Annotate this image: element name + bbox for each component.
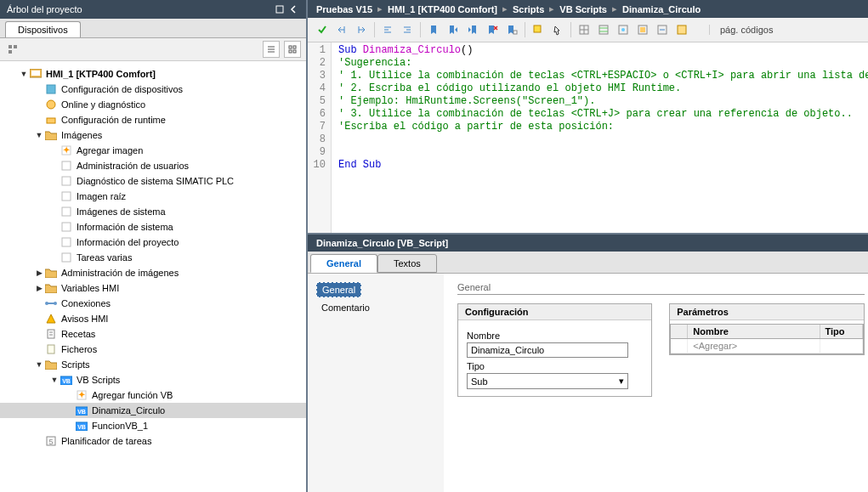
chevron-down-icon: ▾ bbox=[619, 376, 624, 387]
config-group-title: Configuración bbox=[458, 304, 651, 320]
file-icon bbox=[44, 343, 58, 355]
breadcrumb: Pruebas V15▸ HMI_1 [KTP400 Comfort]▸ Scr… bbox=[308, 0, 868, 18]
align-right-icon[interactable] bbox=[398, 21, 417, 38]
svg-rect-12 bbox=[31, 71, 40, 76]
find-icon[interactable] bbox=[529, 21, 547, 38]
panel-pin-icon[interactable] bbox=[274, 3, 286, 15]
grid2-icon[interactable] bbox=[594, 21, 613, 38]
bookmark-next-icon[interactable] bbox=[463, 21, 482, 38]
breadcrumb-item[interactable]: HMI_1 [KTP400 Comfort] bbox=[388, 4, 497, 14]
table-row-add[interactable]: <Agregar> bbox=[671, 339, 862, 353]
bookmark-icon[interactable] bbox=[424, 21, 443, 38]
tree-hmi-alarms[interactable]: Avisos HMI bbox=[0, 311, 306, 326]
tab-dispositivos[interactable]: Dispositivos bbox=[5, 21, 81, 37]
tree-plc-diag[interactable]: Diagnóstico de sistema SIMATIC PLC bbox=[0, 173, 306, 189]
tree-device-config[interactable]: Configuración de dispositivos bbox=[0, 82, 306, 97]
screen-icon bbox=[60, 206, 73, 218]
svg-point-25 bbox=[45, 302, 48, 305]
sidebar-item-comentario[interactable]: Comentario bbox=[316, 301, 435, 314]
grid6-icon[interactable] bbox=[672, 21, 691, 38]
grid5-icon[interactable] bbox=[653, 21, 672, 38]
bookmark-clear-icon[interactable] bbox=[483, 21, 502, 38]
breadcrumb-item[interactable]: Pruebas V15 bbox=[316, 4, 372, 14]
caret-down-icon[interactable]: ▼ bbox=[34, 360, 44, 369]
tree-dinamiza-circulo[interactable]: VBDinamiza_Circulo bbox=[0, 403, 306, 418]
code-editor[interactable]: 12345678910 Sub Dinamiza_Circulo() 'Suge… bbox=[308, 42, 868, 233]
bookmark-list-icon[interactable] bbox=[502, 21, 521, 38]
tree-images[interactable]: ▼Imágenes bbox=[0, 127, 306, 143]
tree-nav-icon[interactable] bbox=[5, 42, 20, 57]
tree-image-admin[interactable]: ▶Administración de imágenes bbox=[0, 265, 306, 280]
device-icon bbox=[29, 68, 43, 80]
tree-project-info[interactable]: Información del proyecto bbox=[0, 235, 306, 250]
tree-files[interactable]: Ficheros bbox=[0, 342, 306, 357]
svg-rect-0 bbox=[276, 6, 283, 13]
tree-connections[interactable]: Conexiones bbox=[0, 296, 306, 311]
tab-general[interactable]: General bbox=[310, 254, 377, 273]
tree-vbscripts[interactable]: ▼VBVB Scripts bbox=[0, 372, 306, 387]
check-icon[interactable] bbox=[313, 21, 332, 38]
caret-down-icon[interactable]: ▼ bbox=[19, 70, 29, 78]
svg-text:VB: VB bbox=[62, 378, 71, 384]
tree-root-image[interactable]: Imagen raíz bbox=[0, 189, 306, 204]
tree-view-grid-icon[interactable] bbox=[284, 41, 301, 58]
caret-right-icon[interactable]: ▶ bbox=[34, 269, 44, 277]
tree-scripts[interactable]: ▼Scripts bbox=[0, 357, 306, 372]
tab-textos[interactable]: Textos bbox=[377, 254, 437, 273]
name-input[interactable] bbox=[467, 342, 628, 358]
page-codes-label: pág. códigos bbox=[709, 25, 773, 35]
col-tipo[interactable]: Tipo bbox=[820, 325, 863, 338]
caret-down-icon[interactable]: ▼ bbox=[34, 131, 44, 139]
grid1-icon[interactable] bbox=[575, 21, 593, 38]
cursor-icon[interactable] bbox=[548, 21, 567, 38]
caret-down-icon[interactable]: ▼ bbox=[49, 376, 60, 384]
grid4-icon[interactable] bbox=[633, 21, 652, 38]
properties-sidebar: General Comentario bbox=[308, 274, 444, 492]
name-label: Nombre bbox=[467, 331, 643, 341]
tree-user-admin[interactable]: Administración de usuarios bbox=[0, 158, 306, 173]
tree-add-image[interactable]: ✦Agregar imagen bbox=[0, 143, 306, 158]
svg-rect-24 bbox=[62, 253, 71, 262]
tree-funcionvb1[interactable]: VBFuncionVB_1 bbox=[0, 418, 306, 433]
screen-icon bbox=[60, 160, 73, 172]
recipe-icon bbox=[44, 328, 58, 340]
properties-tabs: General Textos bbox=[308, 252, 868, 274]
alarm-icon bbox=[44, 313, 58, 325]
indent-out-icon[interactable] bbox=[332, 21, 351, 38]
tipo-label: Tipo bbox=[467, 361, 643, 371]
breadcrumb-item[interactable]: Scripts bbox=[513, 4, 544, 14]
config-group: Configuración Nombre Tipo Sub ▾ bbox=[457, 303, 652, 397]
svg-text:VB: VB bbox=[77, 424, 86, 430]
tree-sys-images[interactable]: Imágenes de sistema bbox=[0, 204, 306, 219]
panel-collapse-icon[interactable] bbox=[287, 3, 299, 15]
tree-panel-header: Árbol del proyecto bbox=[0, 0, 306, 19]
svg-rect-21 bbox=[62, 207, 71, 216]
tree-recipes[interactable]: Recetas bbox=[0, 326, 306, 342]
params-group: Parámetros Nombre Tipo < bbox=[669, 303, 864, 355]
group-title-general: General bbox=[457, 282, 865, 295]
svg-rect-7 bbox=[289, 46, 292, 48]
breadcrumb-item[interactable]: VB Scripts bbox=[559, 4, 607, 14]
tipo-select[interactable]: Sub ▾ bbox=[467, 373, 628, 389]
params-table: Nombre Tipo <Agregar> bbox=[670, 324, 863, 354]
tree-scheduler[interactable]: 5Planificador de tareas bbox=[0, 433, 306, 449]
caret-right-icon[interactable]: ▶ bbox=[34, 284, 44, 292]
tree-runtime-config[interactable]: Configuración de runtime bbox=[0, 112, 306, 127]
svg-rect-18 bbox=[62, 161, 71, 170]
sidebar-item-general[interactable]: General bbox=[316, 282, 361, 297]
tree-view-list-icon[interactable] bbox=[263, 41, 280, 58]
tree-tasks-misc[interactable]: Tareas varias bbox=[0, 250, 306, 265]
tree-hmi-root[interactable]: ▼HMI_1 [KTP400 Comfort] bbox=[0, 66, 306, 82]
tree-online[interactable]: Online y diagnóstico bbox=[0, 97, 306, 112]
tree-add-vbfunc[interactable]: ✦Agregar función VB bbox=[0, 387, 306, 403]
grid3-icon[interactable] bbox=[614, 21, 633, 38]
tree-hmi-vars[interactable]: ▶Variables HMI bbox=[0, 280, 306, 296]
tree-sys-info[interactable]: Información de sistema bbox=[0, 219, 306, 235]
runtime-icon bbox=[44, 114, 58, 126]
indent-in-icon[interactable] bbox=[352, 21, 371, 38]
svg-rect-20 bbox=[62, 192, 71, 201]
bookmark-prev-icon[interactable] bbox=[444, 21, 462, 38]
col-nombre[interactable]: Nombre bbox=[688, 325, 820, 338]
add-icon: ✦ bbox=[60, 144, 73, 156]
align-left-icon[interactable] bbox=[378, 21, 397, 38]
